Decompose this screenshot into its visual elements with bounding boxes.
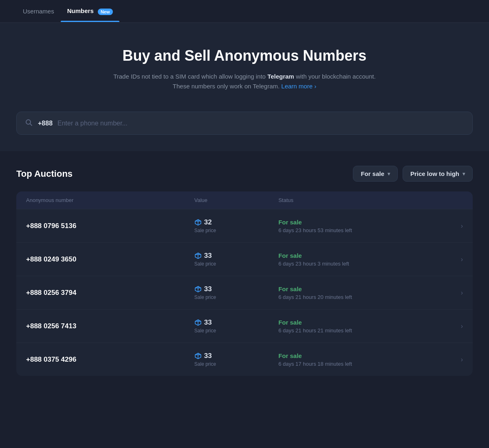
col-header-value: Value xyxy=(194,197,278,203)
status-text: For sale xyxy=(278,319,447,326)
value-label: Sale price xyxy=(194,328,278,334)
row-arrow-icon: › xyxy=(461,256,463,263)
hero-desc-start: Trade IDs not tied to a SIM card which a… xyxy=(113,73,267,80)
search-bar: +888 xyxy=(16,112,473,135)
value-amount: 33 xyxy=(194,352,278,360)
row-arrow-icon: › xyxy=(461,323,463,330)
number-cell: +888 0375 4296 xyxy=(26,356,194,364)
value-label: Sale price xyxy=(194,294,278,300)
tab-usernames-label: Usernames xyxy=(23,8,54,15)
svg-line-1 xyxy=(30,124,32,126)
row-arrow-icon: › xyxy=(461,289,463,296)
col-header-arrow xyxy=(447,197,463,203)
table-row[interactable]: +888 0796 5136 32 Sale price For sale xyxy=(16,209,473,242)
status-cell: For sale 6 days 23 hours 53 minutes left xyxy=(278,219,447,233)
search-input[interactable] xyxy=(57,120,464,127)
value-label: Sale price xyxy=(194,361,278,367)
status-text: For sale xyxy=(278,219,447,226)
row-arrow-icon: › xyxy=(461,222,463,230)
col-header-number: Anonymous number xyxy=(26,197,194,203)
tab-numbers-label: Numbers xyxy=(67,7,94,14)
hero-title: Buy and Sell Anonymous Numbers xyxy=(16,47,473,64)
tab-numbers[interactable]: Numbers New xyxy=(61,1,119,21)
search-icon xyxy=(25,119,33,128)
tab-usernames[interactable]: Usernames xyxy=(16,1,61,21)
table-header: Anonymous number Value Status xyxy=(16,191,473,209)
ton-icon xyxy=(194,285,202,293)
col-header-status: Status xyxy=(278,197,447,203)
search-section: +888 xyxy=(0,112,489,151)
filter-sort-button[interactable]: Price low to high ▾ xyxy=(403,166,473,182)
value-label: Sale price xyxy=(194,228,278,233)
status-text: For sale xyxy=(278,285,447,292)
status-time: 6 days 21 hours 21 minutes left xyxy=(278,327,447,334)
status-time: 6 days 21 hours 20 minutes left xyxy=(278,294,447,300)
new-badge: New xyxy=(98,9,113,15)
filter-sort-label: Price low to high xyxy=(410,170,459,177)
status-time: 6 days 23 hours 53 minutes left xyxy=(278,227,447,233)
ton-icon xyxy=(194,219,202,226)
table-row[interactable]: +888 0256 7413 33 Sale price For sale xyxy=(16,309,473,343)
hero-brand: Telegram xyxy=(267,73,294,80)
learn-more-link[interactable]: Learn more › xyxy=(281,83,316,90)
status-time: 6 days 23 hours 3 minutes left xyxy=(278,261,447,267)
search-prefix: +888 xyxy=(38,120,53,127)
filter-sale-button[interactable]: For sale ▾ xyxy=(353,166,398,182)
status-cell: For sale 6 days 23 hours 3 minutes left xyxy=(278,252,447,267)
value-cell: 33 Sale price xyxy=(194,252,278,267)
number-cell: +888 0256 3794 xyxy=(26,289,194,297)
ton-icon xyxy=(194,352,202,360)
number-cell: +888 0249 3650 xyxy=(26,255,194,264)
chevron-down-icon: ▾ xyxy=(388,171,390,177)
number-cell: +888 0796 5136 xyxy=(26,222,194,230)
status-cell: For sale 6 days 21 hours 20 minutes left xyxy=(278,285,447,300)
status-time: 6 days 17 hours 18 minutes left xyxy=(278,361,447,367)
value-cell: 33 Sale price xyxy=(194,318,278,334)
value-amount: 33 xyxy=(194,318,278,327)
status-cell: For sale 6 days 21 hours 21 minutes left xyxy=(278,319,447,334)
filter-sale-label: For sale xyxy=(361,170,384,177)
status-cell: For sale 6 days 17 hours 18 minutes left xyxy=(278,352,447,367)
filter-group: For sale ▾ Price low to high ▾ xyxy=(353,166,473,182)
value-amount: 33 xyxy=(194,252,278,260)
value-cell: 33 Sale price xyxy=(194,285,278,300)
nav-bar: Usernames Numbers New xyxy=(0,0,489,23)
value-cell: 32 Sale price xyxy=(194,218,278,233)
status-text: For sale xyxy=(278,252,447,259)
auctions-table: Anonymous number Value Status +888 0796 … xyxy=(16,191,473,376)
number-cell: +888 0256 7413 xyxy=(26,322,194,330)
value-label: Sale price xyxy=(194,261,278,267)
table-row[interactable]: +888 0256 3794 33 Sale price For sale xyxy=(16,276,473,309)
status-text: For sale xyxy=(278,352,447,359)
ton-icon xyxy=(194,252,202,259)
table-row[interactable]: +888 0375 4296 33 Sale price For sale xyxy=(16,343,473,376)
chevron-down-icon-sort: ▾ xyxy=(463,171,465,177)
table-row[interactable]: +888 0249 3650 33 Sale price For sale xyxy=(16,242,473,276)
auctions-header: Top Auctions For sale ▾ Price low to hig… xyxy=(16,166,473,182)
hero-description: Trade IDs not tied to a SIM card which a… xyxy=(106,72,383,91)
value-amount: 33 xyxy=(194,285,278,293)
row-arrow-icon: › xyxy=(461,356,463,363)
hero-section: Buy and Sell Anonymous Numbers Trade IDs… xyxy=(0,23,489,112)
auctions-title: Top Auctions xyxy=(16,169,73,179)
value-cell: 33 Sale price xyxy=(194,352,278,367)
ton-icon xyxy=(194,319,202,326)
main-content: Top Auctions For sale ▾ Price low to hig… xyxy=(0,151,489,391)
value-amount: 32 xyxy=(194,218,278,226)
